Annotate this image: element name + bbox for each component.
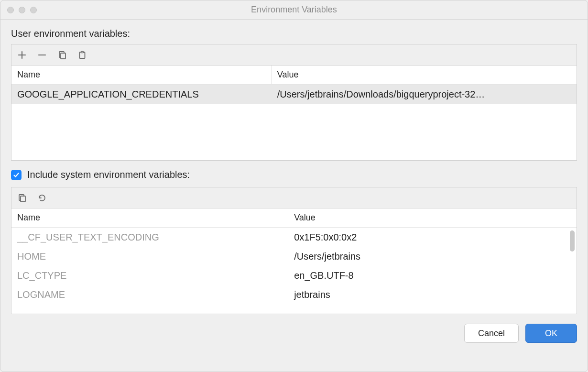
cell-value: /Users/jetbrains <box>288 251 577 262</box>
user-table-header: Name Value <box>11 66 577 85</box>
cell-name: GOOGLE_APPLICATION_CREDENTIALS <box>11 89 272 100</box>
dialog-content: User environment variables: Name Value <box>0 20 588 372</box>
svg-rect-5 <box>21 196 25 202</box>
copy-button[interactable] <box>16 192 28 204</box>
titlebar: Environment Variables <box>0 0 588 20</box>
svg-rect-3 <box>81 51 84 53</box>
cell-name: LOGNAME <box>11 289 288 300</box>
user-vars-toolbar <box>11 44 577 66</box>
cell-name: __CF_USER_TEXT_ENCODING <box>11 232 288 243</box>
paste-button[interactable] <box>76 49 88 61</box>
system-col-name[interactable]: Name <box>11 208 288 227</box>
user-vars-label: User environment variables: <box>11 28 577 39</box>
remove-button[interactable] <box>36 49 48 61</box>
cell-value: /Users/jetbrains/Downloads/bigqueryproje… <box>272 89 577 100</box>
user-col-value[interactable]: Value <box>272 66 577 84</box>
dialog-footer: Cancel OK <box>11 322 577 345</box>
window-title: Environment Variables <box>7 5 581 15</box>
include-system-label: Include system environment variables: <box>27 169 190 180</box>
cell-name: HOME <box>11 251 288 262</box>
table-row[interactable]: HOME /Users/jetbrains <box>11 247 577 266</box>
cancel-button[interactable]: Cancel <box>464 324 519 343</box>
revert-button[interactable] <box>36 192 48 204</box>
table-row[interactable]: LC_CTYPE en_GB.UTF-8 <box>11 266 577 285</box>
add-button[interactable] <box>16 49 28 61</box>
table-row[interactable]: LOGNAME jetbrains <box>11 285 577 304</box>
system-table-body: __CF_USER_TEXT_ENCODING 0x1F5:0x0:0x2 HO… <box>11 228 577 314</box>
scrollbar-thumb[interactable] <box>570 230 575 252</box>
include-system-checkbox[interactable] <box>11 170 22 180</box>
cell-value: en_GB.UTF-8 <box>288 270 577 281</box>
user-vars-panel: Name Value GOOGLE_APPLICATION_CREDENTIAL… <box>11 44 577 161</box>
table-row[interactable]: __CF_USER_TEXT_ENCODING 0x1F5:0x0:0x2 <box>11 228 577 247</box>
copy-button[interactable] <box>56 49 68 61</box>
include-system-row: Include system environment variables: <box>11 169 577 180</box>
table-row[interactable]: GOOGLE_APPLICATION_CREDENTIALS /Users/je… <box>11 85 577 104</box>
zoom-window-button[interactable] <box>30 7 37 13</box>
cell-value: jetbrains <box>288 289 577 300</box>
window-controls <box>7 7 37 13</box>
minimize-window-button[interactable] <box>19 7 25 13</box>
ok-button[interactable]: OK <box>525 324 577 343</box>
dialog-window: Environment Variables User environment v… <box>0 0 588 372</box>
system-vars-toolbar <box>11 187 577 208</box>
system-col-value[interactable]: Value <box>288 208 577 227</box>
system-table-header: Name Value <box>11 208 577 228</box>
svg-rect-1 <box>61 53 65 59</box>
cell-name: LC_CTYPE <box>11 270 288 281</box>
user-table-body: GOOGLE_APPLICATION_CREDENTIALS /Users/je… <box>11 85 577 160</box>
close-window-button[interactable] <box>7 7 14 13</box>
user-col-name[interactable]: Name <box>11 66 272 84</box>
system-vars-panel: Name Value __CF_USER_TEXT_ENCODING 0x1F5… <box>11 187 577 314</box>
cell-value: 0x1F5:0x0:0x2 <box>288 232 577 243</box>
